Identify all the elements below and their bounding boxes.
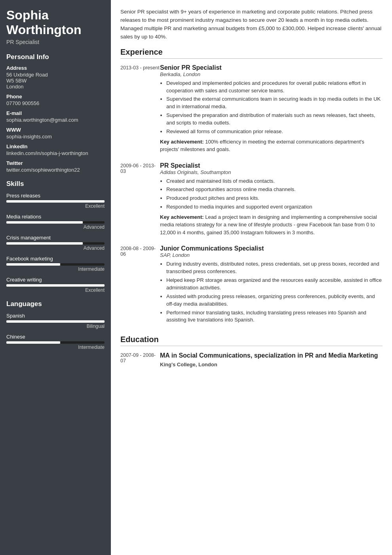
skill-bar-fill	[6, 284, 105, 287]
twitter-value: twitter.com/sophieworthington22	[6, 167, 105, 173]
skill-bar-dark	[60, 263, 105, 266]
skill-bar-dark	[83, 242, 105, 245]
skill-bar	[6, 221, 105, 224]
language-item: Chinese Intermediate	[6, 334, 105, 350]
skill-level: Excellent	[6, 203, 105, 209]
skill-bar	[6, 284, 105, 287]
phone-value: 07700 900556	[6, 100, 105, 106]
languages-list: Spanish Bilingual Chinese Intermediate	[6, 313, 105, 350]
education-block: 2007-09 - 2008-07 MA in Social Communica…	[120, 352, 382, 367]
edu-school: King's College, London	[160, 362, 382, 367]
address-label: Address	[6, 65, 105, 71]
skill-bar	[6, 263, 105, 266]
language-bar-dark	[60, 341, 105, 344]
experience-block: 2008-08 - 2009-06 Junior Communications …	[120, 245, 382, 326]
exp-content: PR Specialist Adidas Originals, Southamp…	[160, 162, 382, 237]
edu-date: 2007-09 - 2008-07	[120, 352, 160, 367]
skill-level: Excellent	[6, 287, 105, 293]
skill-item: Media relations Advanced	[6, 214, 105, 230]
bullet-item: Supervised the external communications t…	[166, 96, 382, 111]
skill-bar-dark	[83, 221, 105, 224]
skill-level: Intermediate	[6, 266, 105, 272]
exp-role: PR Specialist	[160, 162, 382, 169]
exp-content: Junior Communications Specialist SAP, Lo…	[160, 245, 382, 326]
phone-label: Phone	[6, 94, 105, 100]
language-name: Chinese	[6, 334, 105, 340]
skill-level: Advanced	[6, 245, 105, 251]
experience-block: 2009-06 - 2013-03 PR Specialist Adidas O…	[120, 162, 382, 237]
skill-bar	[6, 242, 105, 245]
main-content: Senior PR specialist with 9+ years of ex…	[111, 0, 392, 555]
skill-name: Facebook marketing	[6, 256, 105, 262]
language-name: Spanish	[6, 313, 105, 319]
address-line-3: London	[6, 84, 105, 90]
skill-item: Press releases Excellent	[6, 193, 105, 209]
education-list: 2007-09 - 2008-07 MA in Social Communica…	[120, 352, 382, 367]
exp-bullets: Developed and implemented policies and p…	[166, 80, 382, 136]
bullet-item: Responded to media inquiries and support…	[166, 203, 382, 211]
bullet-item: Reviewed all forms of communication prio…	[166, 128, 382, 136]
linkedin-value: linkedin.com/in/sophia-j-worthington	[6, 150, 105, 156]
exp-company: Adidas Originals, Southampton	[160, 169, 382, 175]
exp-role: Senior PR Specialist	[160, 64, 382, 71]
skill-name: Press releases	[6, 193, 105, 199]
exp-bullets: Created and maintained lists of media co…	[166, 178, 382, 211]
language-level: Intermediate	[6, 344, 105, 350]
twitter-label: Twitter	[6, 160, 105, 166]
exp-role: Junior Communications Specialist	[160, 245, 382, 252]
language-bar-fill	[6, 341, 60, 344]
exp-date: 2008-08 - 2009-06	[120, 245, 160, 326]
www-label: WWW	[6, 127, 105, 133]
skill-level: Advanced	[6, 224, 105, 230]
skill-bar-fill	[6, 221, 83, 224]
experience-list: 2013-03 - present Senior PR Specialist B…	[120, 64, 382, 327]
skill-name: Media relations	[6, 214, 105, 220]
email-value: sophia.worthington@gmail.com	[6, 117, 105, 123]
exp-date: 2013-03 - present	[120, 64, 160, 153]
bullet-item: During industry events, distributed note…	[166, 260, 382, 276]
sidebar: Sophia Worthington PR Specialist Persona…	[0, 0, 111, 555]
address-line-1: 56 Uxbridge Road	[6, 72, 105, 78]
experience-block: 2013-03 - present Senior PR Specialist B…	[120, 64, 382, 153]
bullet-item: Developed and implemented policies and p…	[166, 80, 382, 95]
address-line-2: W5 5BW	[6, 78, 105, 84]
exp-date: 2009-06 - 2013-03	[120, 162, 160, 237]
skills-section: Skills Press releases Excellent Media re…	[6, 180, 105, 293]
bullet-item: Supervised the preparation and distribut…	[166, 112, 382, 127]
exp-company: SAP, London	[160, 252, 382, 258]
candidate-name: Sophia Worthington	[6, 8, 105, 37]
email-label: E-mail	[6, 110, 105, 116]
edu-degree: MA in Social Communications, specializat…	[160, 352, 382, 360]
bullet-item: Produced product pitches and press kits.	[166, 195, 382, 202]
language-bar	[6, 320, 105, 323]
skill-bar-fill	[6, 242, 83, 245]
bullet-item: Created and maintained lists of media co…	[166, 178, 382, 185]
skill-item: Creative writing Excellent	[6, 277, 105, 293]
skills-list: Press releases Excellent Media relations…	[6, 193, 105, 293]
skill-name: Creative writing	[6, 277, 105, 283]
bullet-item: Assisted with producing press releases, …	[166, 293, 382, 308]
education-section-title: Education	[120, 335, 382, 346]
skill-item: Facebook marketing Intermediate	[6, 256, 105, 272]
exp-company: Berkadia, London	[160, 71, 382, 77]
exp-bullets: During industry events, distributed note…	[166, 260, 382, 324]
bullet-item: Helped keep PR storage areas organized a…	[166, 277, 382, 292]
language-level: Bilingual	[6, 323, 105, 329]
edu-content: MA in Social Communications, specializat…	[160, 352, 382, 367]
experience-section-title: Experience	[120, 48, 382, 59]
languages-heading: Languages	[6, 300, 105, 308]
personal-info-heading: Personal Info	[6, 53, 105, 61]
candidate-title: PR Specialist	[6, 39, 105, 45]
bullet-item: Performed minor translating tasks, inclu…	[166, 309, 382, 324]
skills-heading: Skills	[6, 180, 105, 188]
skill-bar-fill	[6, 263, 60, 266]
key-achievement: Key achievement: Lead a project team in …	[160, 213, 382, 237]
linkedin-label: LinkedIn	[6, 144, 105, 149]
language-item: Spanish Bilingual	[6, 313, 105, 329]
language-bar	[6, 341, 105, 344]
skill-name: Crisis management	[6, 235, 105, 241]
languages-section: Languages Spanish Bilingual Chinese Inte…	[6, 300, 105, 350]
www-value: sophia-insights.com	[6, 134, 105, 140]
skill-item: Crisis management Advanced	[6, 235, 105, 251]
key-achievement: Key achievement: 100% efficiency in meet…	[160, 138, 382, 153]
